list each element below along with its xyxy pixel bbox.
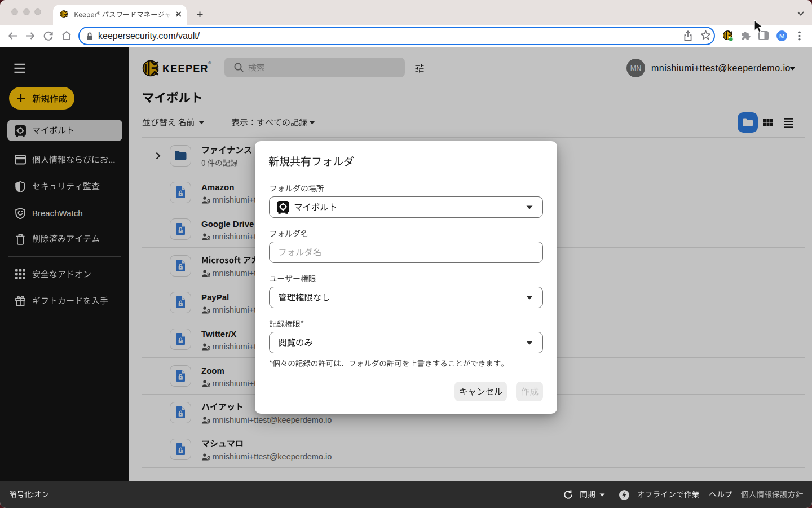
svg-text:M: M <box>779 32 785 39</box>
